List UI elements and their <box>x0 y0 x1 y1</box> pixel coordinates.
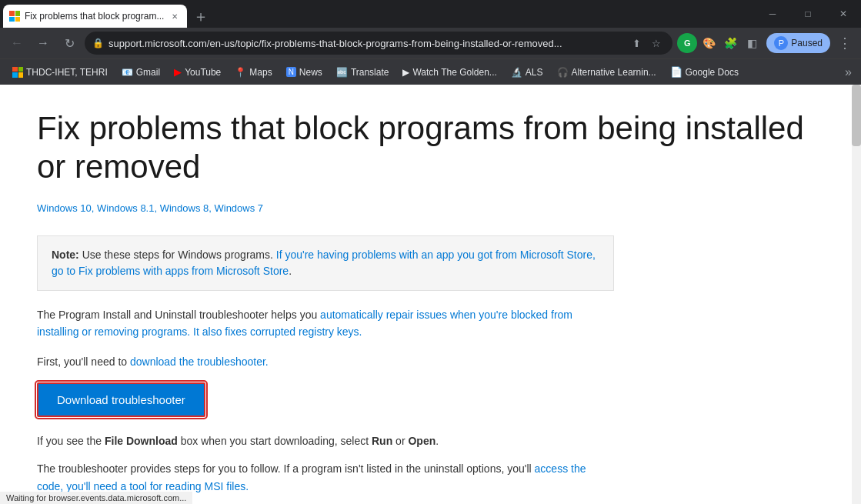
close-button[interactable]: ✕ <box>826 0 861 28</box>
sidebar-toggle-icon[interactable]: ◧ <box>742 33 762 53</box>
page-title: Fix problems that block programs from be… <box>37 109 824 187</box>
file-download-bold3: Open <box>408 435 436 447</box>
body-link-download[interactable]: download the troubleshooter. <box>130 355 269 368</box>
profile-button[interactable]: P Paused <box>766 33 830 53</box>
bookmark-translate[interactable]: 🔤 Translate <box>330 64 395 81</box>
scrollbar-thumb[interactable] <box>852 85 861 146</box>
scrollbar[interactable] <box>852 85 861 504</box>
chrome-menu-button[interactable]: ⋮ <box>835 35 855 52</box>
note-bold: Note: <box>52 249 79 261</box>
bookmark-watch-label: Watch The Golden... <box>412 67 496 78</box>
bookmark-translate-label: Translate <box>351 67 389 78</box>
bookmark-gmail-label: Gmail <box>136 67 160 78</box>
extension-icons: G 🎨 🧩 ◧ <box>677 33 762 53</box>
bookmark-thdc[interactable]: THDC-IHET, TEHRI <box>6 64 114 81</box>
file-download-bold2: Run <box>372 435 392 447</box>
note-link2[interactable]: Fix problems with apps from Microsoft St… <box>78 265 289 277</box>
bookmark-altlearn[interactable]: 🎧 Alternative Learnin... <box>551 64 662 81</box>
troubleshooter-text-1: The troubleshooter provides steps for yo… <box>37 462 535 475</box>
back-button[interactable]: ← <box>6 32 28 54</box>
page-content: Fix problems that block programs from be… <box>0 85 861 504</box>
file-download-text-3: or <box>392 435 408 447</box>
palette-ext-icon[interactable]: 🎨 <box>699 33 719 53</box>
troubleshooter-paragraph: The troubleshooter provides steps for yo… <box>37 460 614 495</box>
address-bar: ← → ↻ 🔒 support.microsoft.com/en-us/topi… <box>0 28 861 58</box>
bookmark-als-label: ALS <box>526 67 543 78</box>
bookmark-gmail[interactable]: 📧 Gmail <box>115 64 166 81</box>
bookmarks-bar: THDC-IHET, TEHRI 📧 Gmail ▶ YouTube 📍 Map… <box>0 58 861 85</box>
file-download-text-4: . <box>436 435 439 447</box>
bookmark-news[interactable]: N News <box>280 64 329 81</box>
reload-button[interactable]: ↻ <box>58 32 80 54</box>
maximize-button[interactable]: □ <box>790 0 826 28</box>
tab-title: Fix problems that block program... <box>25 11 164 22</box>
bookmark-watch[interactable]: ▶ Watch The Golden... <box>396 64 502 81</box>
page-subtitle: Windows 10, Windows 8.1, Windows 8, Wind… <box>37 202 824 214</box>
download-troubleshooter-button[interactable]: Download troubleshooter <box>37 382 205 417</box>
bookmark-news-label: News <box>299 67 322 78</box>
share-icon[interactable]: ⬆ <box>628 35 645 52</box>
file-download-text-1: If you see the <box>37 435 105 447</box>
note-box: Note: Use these steps for Windows progra… <box>37 235 614 291</box>
body-paragraph-2: First, you'll need to download the troub… <box>37 353 614 370</box>
address-action-icons: ⬆ ☆ <box>628 35 665 52</box>
file-download-bold1: File Download <box>105 435 178 447</box>
bookmark-gdocs[interactable]: 📄 Google Docs <box>664 63 745 81</box>
note-text1: Use these steps for Windows programs. <box>82 249 276 261</box>
watch-favicon: ▶ <box>402 67 409 78</box>
youtube-favicon: ▶ <box>174 66 182 78</box>
minimize-button[interactable]: ─ <box>755 0 790 28</box>
body-text-2: First, you'll need to <box>37 355 130 368</box>
tab-favicon <box>9 11 20 22</box>
bookmark-gdocs-label: Google Docs <box>686 67 739 78</box>
lock-icon: 🔒 <box>92 38 104 48</box>
profile-avatar: P <box>774 36 788 50</box>
address-input[interactable]: 🔒 support.microsoft.com/en-us/topic/fix-… <box>85 32 672 55</box>
gdocs-favicon: 📄 <box>670 66 682 78</box>
file-download-paragraph: If you see the File Download box when yo… <box>37 432 614 449</box>
gmail-favicon: 📧 <box>122 67 133 78</box>
bookmark-altlearn-label: Alternative Learnin... <box>572 67 656 78</box>
star-icon[interactable]: ☆ <box>648 35 665 52</box>
active-tab[interactable]: Fix problems that block program... ✕ <box>3 5 187 28</box>
bookmark-youtube-label: YouTube <box>185 67 221 78</box>
new-tab-button[interactable]: ＋ <box>187 5 215 28</box>
bookmark-youtube[interactable]: ▶ YouTube <box>168 63 227 81</box>
thdc-favicon <box>12 67 23 78</box>
body-text-1: The Program Install and Uninstall troubl… <box>37 309 320 321</box>
als-favicon: 🔬 <box>511 67 522 78</box>
window-controls: ─ □ ✕ <box>755 0 861 28</box>
bookmark-als[interactable]: 🔬 ALS <box>505 64 549 81</box>
grammarly-ext-icon[interactable]: G <box>677 33 697 53</box>
altlearn-favicon: 🎧 <box>557 67 569 78</box>
tab-bar: Fix problems that block program... ✕ ＋ ─… <box>0 0 861 28</box>
body-paragraph-1: The Program Install and Uninstall troubl… <box>37 306 614 341</box>
bookmarks-overflow-button[interactable]: » <box>842 62 855 82</box>
forward-button[interactable]: → <box>32 32 54 54</box>
translate-favicon: 🔤 <box>336 67 348 78</box>
bookmark-maps-label: Maps <box>249 67 272 78</box>
bookmark-thdc-label: THDC-IHET, TEHRI <box>26 67 108 78</box>
profile-label: Paused <box>791 38 823 48</box>
file-download-text-2: box when you start downloading, select <box>178 435 372 447</box>
status-bar: Waiting for browser.events.data.microsof… <box>0 492 192 504</box>
address-text: support.microsoft.com/en-us/topic/fix-pr… <box>108 38 623 49</box>
news-favicon: N <box>286 67 296 77</box>
puzzle-icon[interactable]: 🧩 <box>720 33 740 53</box>
tab-close-button[interactable]: ✕ <box>169 10 181 22</box>
bookmark-maps[interactable]: 📍 Maps <box>229 64 278 81</box>
maps-favicon: 📍 <box>235 67 246 78</box>
